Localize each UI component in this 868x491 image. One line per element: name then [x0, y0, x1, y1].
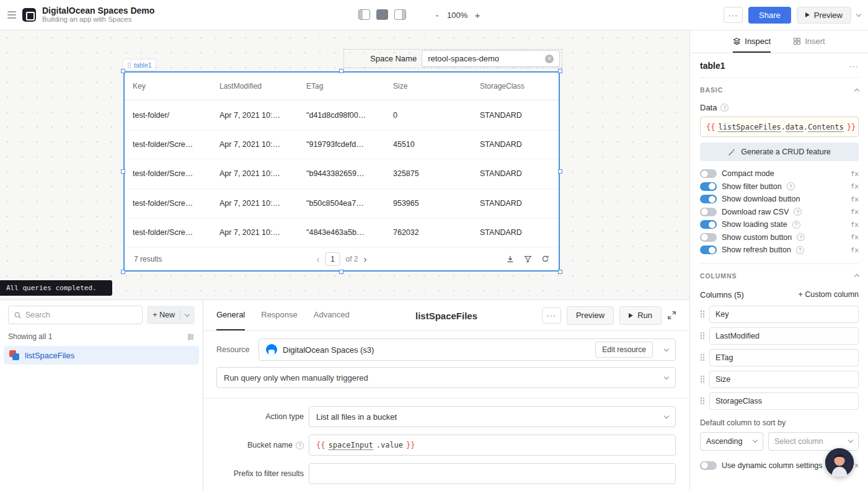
help-icon[interactable]: ? — [794, 208, 802, 216]
cell-size[interactable]: 45510 — [385, 140, 472, 149]
query-search-box[interactable] — [8, 306, 143, 324]
cell-lastmodified[interactable]: Apr 7, 2021 10:… — [211, 169, 298, 178]
zoom-level[interactable]: 100% — [447, 11, 467, 20]
column-name[interactable]: Size — [709, 371, 859, 388]
drag-handle-icon[interactable] — [700, 353, 705, 361]
toggle-switch[interactable] — [700, 220, 717, 229]
cell-size[interactable]: 0 — [385, 111, 472, 120]
fx-button[interactable]: fx — [851, 170, 859, 178]
toggle-switch[interactable] — [700, 208, 717, 216]
tab-general[interactable]: General — [216, 300, 245, 330]
column-item[interactable]: LastModified — [700, 327, 859, 345]
cell-size[interactable]: 953965 — [385, 199, 472, 208]
sort-column-select[interactable]: Select column — [768, 432, 859, 451]
table-row[interactable]: test-folder/Scre… Apr 7, 2021 10:… "4843… — [125, 218, 559, 247]
resize-handle[interactable] — [121, 169, 125, 174]
toggle-switch[interactable] — [700, 233, 717, 242]
column-name[interactable]: StorageClass — [709, 392, 859, 410]
cell-key[interactable]: test-folder/Scre… — [125, 228, 211, 237]
help-beacon[interactable] — [825, 448, 854, 477]
share-button[interactable]: Share — [748, 7, 791, 24]
edit-resource-button[interactable]: Edit resource — [595, 342, 653, 358]
fx-button[interactable]: fx — [851, 221, 859, 229]
cell-etag[interactable]: "b50c8504ea7… — [298, 199, 385, 208]
next-page-icon[interactable]: › — [364, 254, 367, 264]
columns-section-header[interactable]: COLUMNS — [700, 270, 859, 281]
preview-options-chevron-icon[interactable] — [856, 11, 861, 16]
cell-etag[interactable]: "b9443382659… — [298, 169, 385, 178]
resize-handle[interactable] — [121, 270, 125, 274]
drag-handle-icon[interactable] — [700, 397, 705, 405]
help-icon[interactable]: ? — [796, 246, 804, 254]
cell-key[interactable]: test-folder/Scre… — [125, 140, 211, 149]
resize-handle[interactable] — [558, 69, 562, 73]
cell-storageclass[interactable]: STANDARD — [472, 199, 559, 208]
prev-page-icon[interactable]: ‹ — [316, 254, 319, 264]
drag-handle-icon[interactable] — [700, 375, 705, 383]
page-number-input[interactable]: 1 — [325, 252, 340, 266]
search-input[interactable] — [25, 311, 137, 319]
refresh-icon[interactable] — [541, 255, 549, 263]
fx-button[interactable]: fx — [851, 233, 859, 241]
clear-input-icon[interactable]: × — [545, 55, 554, 63]
fx-button[interactable]: fx — [851, 246, 859, 254]
fx-button[interactable]: fx — [851, 195, 859, 203]
cell-etag[interactable]: "d41d8cd98f00… — [298, 111, 385, 120]
drag-handle-icon[interactable] — [127, 62, 131, 68]
cell-key[interactable]: test-folder/Scre… — [125, 169, 211, 178]
toggle-bottom-panel-icon[interactable] — [376, 9, 388, 20]
tab-response[interactable]: Response — [261, 300, 298, 330]
toggle-right-panel-icon[interactable] — [394, 9, 406, 20]
toggle-switch[interactable] — [700, 182, 717, 191]
preview-button[interactable]: Preview — [797, 7, 851, 24]
prefix-input[interactable] — [309, 463, 676, 484]
table-column-header[interactable]: Size — [385, 82, 472, 91]
table-row[interactable]: test-folder/Scre… Apr 7, 2021 10:… "b944… — [125, 159, 559, 188]
cell-size[interactable]: 325875 — [385, 169, 472, 178]
toggle-left-panel-icon[interactable] — [358, 9, 370, 20]
query-more-button[interactable]: ··· — [542, 307, 561, 324]
hamburger-menu-icon[interactable] — [7, 11, 16, 19]
cell-etag[interactable]: "4843e463a5b… — [298, 228, 385, 237]
table-row[interactable]: test-folder/Scre… Apr 7, 2021 10:… "b50c… — [125, 189, 559, 218]
component-tag[interactable]: table1 — [123, 60, 156, 70]
cell-lastmodified[interactable]: Apr 7, 2021 10:… — [211, 228, 298, 237]
tab-inspect[interactable]: Inspect — [733, 30, 771, 53]
toggle-switch[interactable] — [700, 195, 717, 203]
column-name[interactable]: Key — [709, 306, 859, 323]
table-column-header[interactable]: ETag — [298, 82, 385, 91]
generate-crud-button[interactable]: Generate a CRUD feature — [700, 143, 859, 161]
tab-insert[interactable]: Insert — [793, 30, 825, 53]
resize-handle[interactable] — [558, 270, 562, 274]
resize-handle[interactable] — [121, 69, 125, 73]
run-trigger-select[interactable]: Run query only when manually triggered — [216, 367, 676, 388]
add-custom-column-button[interactable]: + Custom column — [798, 290, 859, 299]
help-icon[interactable]: ? — [797, 233, 805, 241]
sliders-icon[interactable] — [187, 333, 195, 341]
component-more-icon[interactable]: ··· — [849, 61, 859, 71]
cell-size[interactable]: 762032 — [385, 228, 472, 237]
drag-handle-icon[interactable] — [700, 310, 705, 318]
column-name[interactable]: ETag — [709, 349, 859, 366]
resource-select[interactable]: DigitalOcean Spaces (s3) Edit resource — [259, 338, 676, 361]
space-name-widget[interactable]: Space Name retool-spaces-demo × — [343, 49, 562, 68]
column-name[interactable]: LastModified — [709, 327, 859, 345]
collapse-section-icon[interactable] — [854, 88, 859, 93]
cell-storageclass[interactable]: STANDARD — [472, 169, 559, 178]
sort-direction-select[interactable]: Ascending — [700, 432, 763, 451]
basic-section-header[interactable]: BASIC — [700, 84, 859, 95]
table-column-header[interactable]: StorageClass — [472, 82, 559, 91]
data-code-input[interactable]: {{ listSpaceFiles.data.Contents }} — [700, 117, 859, 137]
tab-advanced[interactable]: Advanced — [314, 300, 350, 330]
cell-storageclass[interactable]: STANDARD — [472, 111, 559, 120]
column-item[interactable]: Key — [700, 306, 859, 323]
table-component[interactable]: Key LastModified ETag Size StorageClass … — [123, 71, 560, 272]
drag-handle-icon[interactable] — [700, 332, 705, 340]
help-icon[interactable]: ? — [787, 182, 795, 190]
query-preview-button[interactable]: Preview — [567, 306, 614, 325]
space-name-input[interactable]: retool-spaces-demo × — [422, 50, 560, 67]
resize-handle[interactable] — [558, 169, 562, 174]
app-canvas[interactable]: Space Name retool-spaces-demo × table1 K… — [0, 30, 689, 299]
bucket-name-code-input[interactable]: {{ spaceInput.value }} — [309, 435, 676, 456]
toggle-switch[interactable] — [700, 246, 717, 254]
